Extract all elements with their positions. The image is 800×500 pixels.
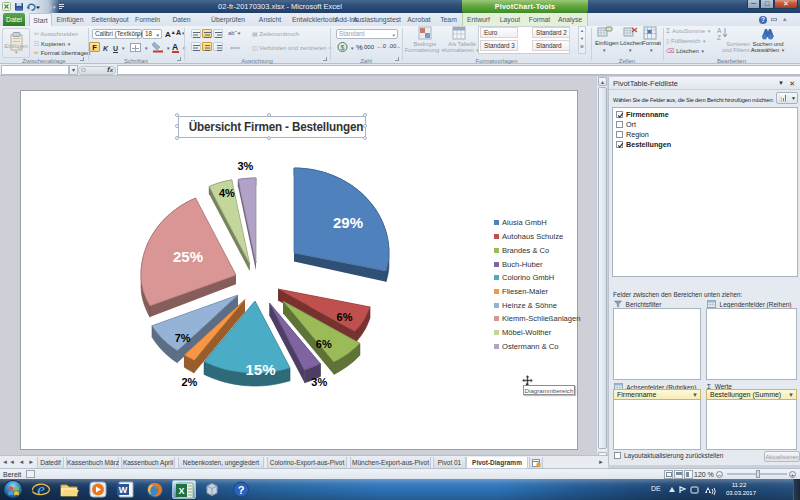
svg-text:e: e	[37, 480, 45, 499]
svg-text:X: X	[178, 486, 184, 496]
svg-text:W: W	[119, 485, 128, 495]
svg-text:?: ?	[238, 484, 245, 496]
svg-text:$: $	[341, 44, 345, 51]
svg-text:Z: Z	[717, 34, 721, 41]
